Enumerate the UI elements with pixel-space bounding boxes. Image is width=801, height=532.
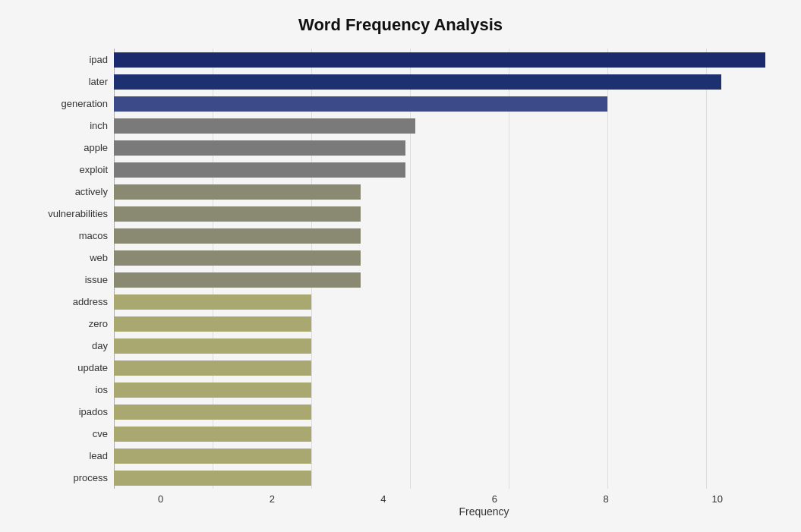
- x-tick-label: 0: [108, 493, 213, 505]
- bar: [114, 449, 311, 464]
- bar-row: [114, 182, 771, 202]
- x-axis-area: 024681012 Frequency: [114, 489, 801, 519]
- bar: [114, 96, 607, 112]
- y-label: cve: [93, 424, 108, 444]
- y-label: web: [90, 248, 108, 268]
- bars-wrapper: [114, 49, 771, 489]
- y-label: inch: [90, 116, 108, 136]
- y-label: day: [92, 336, 108, 356]
- y-label: apple: [84, 138, 108, 158]
- bar-row: [114, 402, 771, 422]
- chart-container: Word Frequency Analysis ipadlatergenerat…: [0, 0, 801, 532]
- bar: [114, 405, 311, 420]
- bar-row: [114, 138, 771, 158]
- bar-row: [114, 50, 771, 70]
- y-label: lead: [89, 446, 108, 466]
- grid-line: [311, 49, 312, 489]
- y-label: zero: [89, 314, 108, 334]
- chart-area: ipadlatergenerationinchappleexploitactiv…: [30, 49, 771, 489]
- grid-line: [114, 49, 115, 489]
- x-axis-labels: 024681012: [114, 489, 801, 504]
- y-labels: ipadlatergenerationinchappleexploitactiv…: [30, 49, 114, 489]
- bar-row: [114, 248, 771, 268]
- bar-row: [114, 116, 771, 136]
- bar: [114, 316, 311, 332]
- bar: [114, 74, 721, 90]
- y-label: vulnerabilities: [48, 204, 108, 224]
- bar-row: [114, 204, 771, 224]
- grid-line: [706, 49, 707, 489]
- y-label: exploit: [79, 160, 108, 180]
- bar: [114, 228, 361, 244]
- bar: [114, 272, 361, 288]
- bar-row: [114, 292, 771, 312]
- bar: [114, 382, 311, 398]
- grid-line: [509, 49, 509, 489]
- bar: [114, 52, 765, 68]
- y-label: process: [73, 468, 108, 488]
- bar: [114, 140, 405, 156]
- x-tick-label: 12: [776, 493, 801, 505]
- bar-row: [114, 226, 771, 246]
- grid-line: [410, 49, 411, 489]
- y-label: macos: [79, 226, 108, 246]
- grid-line: [607, 49, 608, 489]
- x-tick-label: 8: [553, 493, 658, 505]
- bar: [114, 162, 405, 178]
- bar-row: [114, 424, 771, 444]
- y-label: ios: [95, 380, 108, 400]
- x-axis-title: Frequency: [114, 505, 801, 518]
- bar-row: [114, 314, 771, 334]
- bar: [114, 206, 361, 222]
- chart-title: Word Frequency Analysis: [30, 15, 771, 35]
- y-label: ipados: [79, 402, 108, 422]
- bar: [114, 184, 361, 200]
- y-label: issue: [85, 270, 108, 290]
- y-label: update: [77, 358, 108, 378]
- bar-row: [114, 160, 771, 180]
- bar-row: [114, 468, 771, 488]
- bar-row: [114, 380, 771, 400]
- grid-line: [213, 49, 213, 489]
- bar: [114, 360, 311, 376]
- bar-row: [114, 358, 771, 378]
- grid-lines: [114, 49, 771, 489]
- bar: [114, 294, 311, 310]
- y-label: later: [89, 72, 108, 92]
- y-label: address: [73, 292, 108, 312]
- bar-row: [114, 94, 771, 114]
- bar: [114, 118, 415, 134]
- bar: [114, 338, 311, 354]
- bar-row: [114, 270, 771, 290]
- x-tick-label: 6: [442, 493, 547, 505]
- y-label: ipad: [89, 50, 108, 70]
- bar: [114, 250, 361, 266]
- x-tick-label: 2: [219, 493, 325, 505]
- bar-row: [114, 446, 771, 466]
- x-tick-label: 10: [664, 493, 770, 505]
- x-tick-label: 4: [330, 493, 436, 505]
- y-label: actively: [75, 182, 108, 202]
- bar-row: [114, 72, 771, 92]
- bar: [114, 471, 311, 486]
- y-label: generation: [61, 94, 108, 114]
- bar: [114, 427, 311, 442]
- bars-section: [114, 49, 771, 489]
- bar-row: [114, 336, 771, 356]
